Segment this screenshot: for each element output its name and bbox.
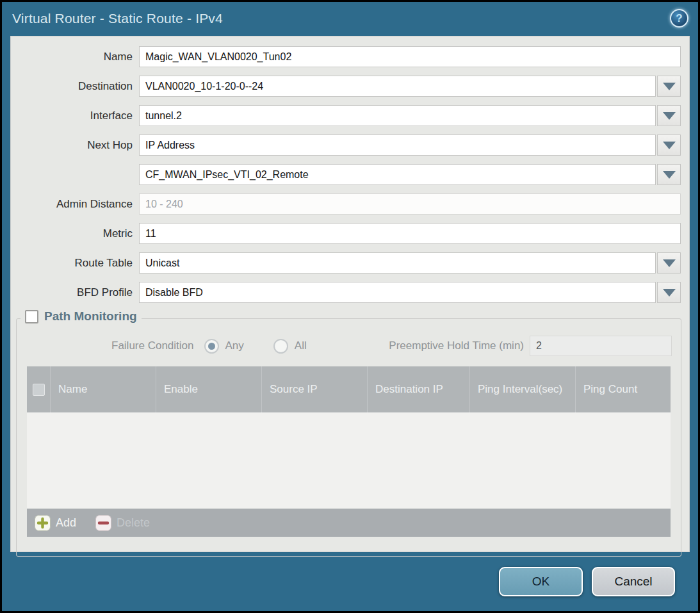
admin-distance-label: Admin Distance <box>11 198 139 211</box>
form-row-route-table: Route Table <box>11 252 681 274</box>
chevron-down-icon <box>663 289 676 297</box>
form-row-interface: Interface <box>11 105 681 126</box>
header-name: Name <box>50 366 156 413</box>
table-body-empty <box>27 413 671 509</box>
add-button[interactable]: Add <box>35 515 76 531</box>
interface-input[interactable] <box>139 105 656 126</box>
destination-dropdown-button[interactable] <box>657 76 681 97</box>
dialog-window: Virtual Router - Static Route - IPv4 ? N… <box>2 2 698 611</box>
path-monitoring-legend: Path Monitoring <box>20 309 142 323</box>
header-source-ip: Source IP <box>261 366 367 413</box>
next-hop-type-dropdown-button[interactable] <box>657 135 681 156</box>
destination-input[interactable] <box>139 76 656 97</box>
bfd-profile-input[interactable] <box>139 282 656 303</box>
add-button-label: Add <box>56 516 76 530</box>
next-hop-address-dropdown-button[interactable] <box>657 164 681 185</box>
chevron-down-icon <box>663 112 676 120</box>
name-input[interactable] <box>139 46 681 67</box>
interface-dropdown-button[interactable] <box>657 105 681 126</box>
cancel-button[interactable]: Cancel <box>592 567 675 596</box>
ok-button[interactable]: OK <box>499 567 583 596</box>
form-row-next-hop: Next Hop <box>11 135 681 156</box>
header-checkbox-cell <box>27 366 50 413</box>
failure-condition-any-label: Any <box>225 339 244 352</box>
dialog-body: Name Destination Interface Next Hop <box>10 36 690 552</box>
metric-label: Metric <box>11 227 139 240</box>
bfd-profile-label: BFD Profile <box>11 286 139 299</box>
interface-label: Interface <box>11 110 139 122</box>
chevron-down-icon <box>663 171 676 179</box>
dialog-title: Virtual Router - Static Route - IPv4 <box>12 11 223 26</box>
header-enable: Enable <box>156 366 261 413</box>
name-label: Name <box>11 51 139 63</box>
failure-condition-row: Failure Condition Any All Preemptive Hol… <box>17 336 672 356</box>
delete-button-label: Delete <box>117 516 150 530</box>
next-hop-type-input[interactable] <box>139 135 656 156</box>
header-ping-count: Ping Count <box>575 366 671 413</box>
form-row-destination: Destination <box>11 76 681 97</box>
preemptive-hold-time-label: Preemptive Hold Time (min) <box>389 339 524 352</box>
select-all-checkbox[interactable] <box>33 384 45 396</box>
preemptive-hold-time-input[interactable] <box>530 336 672 356</box>
failure-condition-label: Failure Condition <box>111 339 194 352</box>
table-header-row: Name Enable Source IP Destination IP Pin… <box>27 366 671 413</box>
failure-condition-any-radio[interactable] <box>204 339 219 354</box>
chevron-down-icon <box>663 259 676 267</box>
title-bar: Virtual Router - Static Route - IPv4 ? <box>2 2 698 35</box>
next-hop-label: Next Hop <box>11 139 139 152</box>
dialog-footer: OK Cancel <box>4 554 696 609</box>
path-monitoring-section: Path Monitoring Failure Condition Any Al… <box>16 318 681 557</box>
route-table-dropdown-button[interactable] <box>657 252 681 274</box>
form-row-next-hop-address <box>11 164 681 185</box>
destination-label: Destination <box>11 80 139 93</box>
header-ping-interval: Ping Interval(sec) <box>469 366 575 413</box>
form-row-bfd-profile: BFD Profile <box>11 282 681 303</box>
chevron-down-icon <box>663 142 676 149</box>
chevron-down-icon <box>663 83 676 90</box>
admin-distance-input[interactable] <box>139 193 681 215</box>
form-row-metric: Metric <box>11 223 681 244</box>
form-row-admin-distance: Admin Distance <box>11 193 681 215</box>
failure-condition-all-radio[interactable] <box>273 339 288 354</box>
table-toolbar: Add Delete <box>27 509 671 537</box>
form-row-name: Name <box>11 46 681 67</box>
plus-icon <box>35 515 51 531</box>
metric-input[interactable] <box>139 223 681 244</box>
path-monitoring-checkbox[interactable] <box>25 310 38 323</box>
help-icon[interactable]: ? <box>670 9 688 28</box>
route-table-label: Route Table <box>11 257 139 270</box>
path-monitoring-label: Path Monitoring <box>44 309 137 323</box>
bfd-profile-dropdown-button[interactable] <box>657 282 681 303</box>
path-monitoring-table: Name Enable Source IP Destination IP Pin… <box>27 366 671 537</box>
next-hop-address-input[interactable] <box>139 164 656 185</box>
delete-button[interactable]: Delete <box>95 515 150 531</box>
failure-condition-all-label: All <box>295 339 307 352</box>
minus-icon <box>95 515 111 531</box>
header-destination-ip: Destination IP <box>367 366 469 413</box>
route-table-input[interactable] <box>139 252 656 274</box>
